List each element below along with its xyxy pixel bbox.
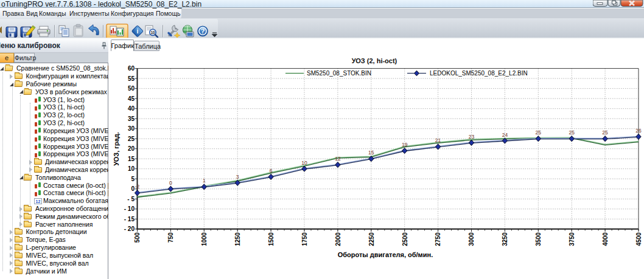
svg-text:2000: 2000 <box>335 232 341 246</box>
svg-text:5: 5 <box>131 176 135 182</box>
svg-text:35: 35 <box>128 115 135 122</box>
svg-text:25: 25 <box>128 136 135 142</box>
svg-text:20: 20 <box>128 145 135 152</box>
svg-text:10: 10 <box>150 30 155 35</box>
svg-text:45: 45 <box>128 95 135 102</box>
svg-text:?: ? <box>201 27 205 35</box>
svg-text:2500: 2500 <box>402 232 408 246</box>
svg-text:10: 10 <box>301 160 307 166</box>
svg-text:3500: 3500 <box>535 232 542 246</box>
svg-text:15: 15 <box>368 150 374 156</box>
svg-text:- 15: - 15 <box>124 216 135 222</box>
svg-text:УОЗ (2, hi-oct): УОЗ (2, hi-oct) <box>352 57 397 64</box>
svg-text:23: 23 <box>469 134 475 140</box>
svg-text:24: 24 <box>502 132 508 138</box>
svg-text:1250: 1250 <box>234 232 241 246</box>
svg-text:1000: 1000 <box>201 232 208 246</box>
svg-text:26: 26 <box>635 128 642 134</box>
svg-text:55: 55 <box>128 75 135 82</box>
svg-text:25: 25 <box>602 129 608 136</box>
svg-text:40: 40 <box>128 105 135 112</box>
svg-text:3250: 3250 <box>502 232 508 246</box>
svg-text:60: 60 <box>128 65 135 72</box>
svg-text:LEDOKOL_SM5250_08_E2_L2.BIN: LEDOKOL_SM5250_08_E2_L2.BIN <box>430 70 528 77</box>
svg-text:6: 6 <box>270 168 273 174</box>
svg-text:500: 500 <box>134 232 141 243</box>
svg-text:3000: 3000 <box>468 232 475 246</box>
svg-text:750: 750 <box>167 232 174 243</box>
svg-text:19: 19 <box>402 142 408 148</box>
svg-text:Обороты двигателя, об/мин.: Обороты двигателя, об/мин. <box>338 251 433 258</box>
svg-text:2250: 2250 <box>368 232 375 246</box>
svg-text:- 5: - 5 <box>127 196 135 202</box>
svg-text:- 10: - 10 <box>124 205 135 212</box>
svg-text:4000: 4000 <box>602 232 609 246</box>
svg-text:-2: -2 <box>135 184 140 190</box>
svg-text:10: 10 <box>128 165 135 172</box>
svg-text:30: 30 <box>128 125 135 132</box>
svg-text:25: 25 <box>536 129 542 136</box>
svg-text:2750: 2750 <box>435 232 441 246</box>
svg-text:- 20: - 20 <box>124 226 135 232</box>
svg-text:1500: 1500 <box>268 232 275 246</box>
svg-text:1: 1 <box>203 177 206 184</box>
svg-text:SM5250_08_STOK.BIN: SM5250_08_STOK.BIN <box>307 70 371 77</box>
svg-text:25: 25 <box>569 129 575 136</box>
svg-text:УОЗ, град.: УОЗ, град. <box>113 132 120 166</box>
svg-text:3750: 3750 <box>569 232 575 246</box>
svg-text:1750: 1750 <box>301 232 308 246</box>
svg-text:15: 15 <box>128 156 135 162</box>
svg-text:4500: 4500 <box>635 232 642 246</box>
svg-text:i: i <box>137 28 139 35</box>
svg-text:12: 12 <box>335 156 341 162</box>
svg-text:21: 21 <box>435 137 441 143</box>
svg-text:0: 0 <box>169 180 172 186</box>
svg-text:0: 0 <box>131 185 135 192</box>
svg-text:50: 50 <box>128 85 135 92</box>
svg-text:3: 3 <box>236 174 239 180</box>
